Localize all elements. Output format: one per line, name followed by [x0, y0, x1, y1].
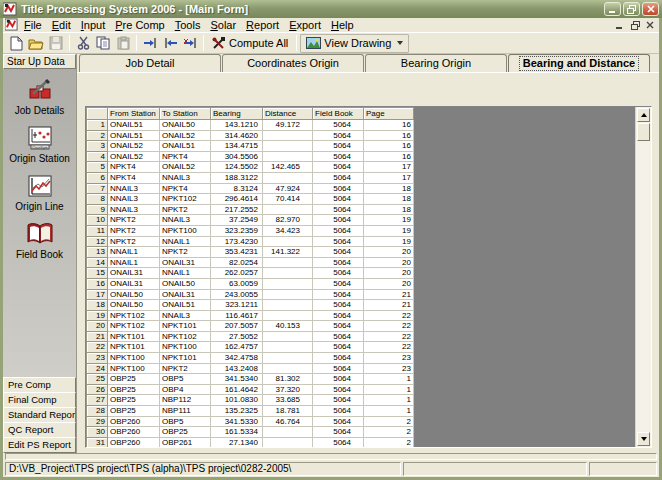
grid-cell[interactable]: 5064 — [313, 374, 364, 385]
grid-cell[interactable]: NPKT102 — [160, 194, 211, 205]
grid-cell[interactable]: 341.5330 — [211, 416, 263, 427]
grid-cell[interactable]: NNAIL1 — [108, 257, 160, 268]
row-number-cell[interactable]: 9 — [87, 204, 108, 215]
grid-cell[interactable]: NPKT4 — [160, 183, 211, 194]
menu-help[interactable]: Help — [326, 18, 359, 32]
row-number-cell[interactable]: 6 — [87, 172, 108, 183]
grid-cell[interactable]: NPKT102 — [108, 310, 160, 321]
row-number-cell[interactable]: 11 — [87, 225, 108, 236]
grid-cell[interactable]: ONAIL31 — [108, 268, 160, 279]
grid-cell[interactable]: 5064 — [313, 331, 364, 342]
tab-job-detail[interactable]: Job Detail — [79, 54, 221, 72]
grid-cell[interactable] — [263, 342, 313, 353]
grid-cell[interactable]: OBP260 — [108, 427, 160, 438]
grid-cell[interactable]: 323.2359 — [211, 225, 263, 236]
grid-cell[interactable]: 5064 — [313, 321, 364, 332]
grid-cell[interactable]: OBP261 — [160, 437, 211, 447]
grid-cell[interactable]: ONAIL51 — [108, 130, 160, 141]
grid-cell[interactable]: 16 — [364, 130, 414, 141]
row-number-cell[interactable]: 15 — [87, 268, 108, 279]
row-number-cell[interactable]: 29 — [87, 416, 108, 427]
menu-export[interactable]: Export — [284, 18, 326, 32]
grid-cell[interactable]: 20 — [364, 268, 414, 279]
scroll-down-button[interactable] — [637, 432, 650, 446]
grid-cell[interactable]: 2 — [364, 427, 414, 438]
grid-cell[interactable]: NPKT101 — [160, 321, 211, 332]
row-number-cell[interactable]: 4 — [87, 151, 108, 162]
grid-cell[interactable]: 20 — [364, 247, 414, 258]
grid-cell[interactable]: ONAIL52 — [160, 162, 211, 173]
compute-all-button[interactable]: Compute All — [207, 34, 293, 53]
grid-cell[interactable]: 5064 — [313, 257, 364, 268]
grid-cell[interactable]: 1 — [364, 384, 414, 395]
grid-cell[interactable]: 116.4617 — [211, 310, 263, 321]
paste-button[interactable] — [113, 34, 133, 53]
sidebar-item-job-details[interactable]: Job Details — [3, 77, 76, 116]
grid-cell[interactable]: 70.414 — [263, 194, 313, 205]
sidebar-button-qc-report[interactable]: QC Report — [3, 422, 76, 438]
row-number-cell[interactable]: 19 — [87, 310, 108, 321]
insert-row-before-button[interactable] — [140, 34, 160, 53]
close-button[interactable] — [642, 2, 659, 16]
grid-cell[interactable]: 1 — [364, 406, 414, 417]
grid-cell[interactable]: NNAIL3 — [160, 215, 211, 226]
grid-cell[interactable]: ONAIL50 — [108, 300, 160, 311]
grid-cell[interactable] — [263, 172, 313, 183]
grid-cell[interactable]: 16 — [364, 151, 414, 162]
grid-cell[interactable]: 2 — [364, 416, 414, 427]
grid-cell[interactable]: ONAIL52 — [108, 141, 160, 152]
grid-cell[interactable]: NPKT2 — [108, 236, 160, 247]
grid-cell[interactable]: 81.302 — [263, 374, 313, 385]
menu-edit[interactable]: Edit — [47, 18, 76, 32]
grid-cell[interactable]: 5064 — [313, 247, 364, 258]
column-header-distance[interactable]: Distance — [263, 108, 313, 120]
grid-cell[interactable]: 142.465 — [263, 162, 313, 173]
grid-cell[interactable]: 20 — [364, 257, 414, 268]
row-number-cell[interactable]: 3 — [87, 141, 108, 152]
view-drawing-button[interactable]: View Drawing — [300, 34, 409, 53]
tab-bearing-and-distance[interactable]: Bearing and Distance — [508, 54, 650, 72]
row-number-cell[interactable]: 10 — [87, 215, 108, 226]
sidebar-button-edit-ps-report[interactable]: Edit PS Report — [3, 437, 76, 453]
grid-cell[interactable] — [263, 363, 313, 374]
grid-cell[interactable]: NPKT101 — [160, 353, 211, 364]
row-number-cell[interactable]: 23 — [87, 353, 108, 364]
row-number-cell[interactable]: 26 — [87, 384, 108, 395]
grid-cell[interactable]: 342.4758 — [211, 353, 263, 364]
grid-cell[interactable]: NNAIL3 — [108, 194, 160, 205]
grid-cell[interactable] — [263, 151, 313, 162]
grid-cell[interactable]: 243.0055 — [211, 289, 263, 300]
grid-cell[interactable] — [263, 331, 313, 342]
grid-cell[interactable]: 5064 — [313, 384, 364, 395]
grid-cell[interactable] — [263, 268, 313, 279]
row-number-cell[interactable]: 2 — [87, 130, 108, 141]
sidebar-item-origin-station[interactable]: ChartSymOrigin Station — [3, 125, 76, 164]
grid-cell[interactable]: OBP260 — [108, 416, 160, 427]
row-number-cell[interactable]: 12 — [87, 236, 108, 247]
grid-cell[interactable]: 40.153 — [263, 321, 313, 332]
grid-cell[interactable]: 5064 — [313, 120, 364, 131]
row-number-cell[interactable]: 18 — [87, 300, 108, 311]
mdi-close-button[interactable] — [643, 19, 657, 31]
grid-cell[interactable]: NNAIL1 — [160, 236, 211, 247]
grid-cell[interactable] — [263, 257, 313, 268]
grid-cell[interactable]: NPKT100 — [108, 353, 160, 364]
grid-cell[interactable]: 20 — [364, 278, 414, 289]
grid-cell[interactable]: 16 — [364, 120, 414, 131]
grid-cell[interactable]: 63.0059 — [211, 278, 263, 289]
grid-cell[interactable]: 46.764 — [263, 416, 313, 427]
grid-cell[interactable]: 323.1211 — [211, 300, 263, 311]
grid-cell[interactable]: 18 — [364, 183, 414, 194]
grid-cell[interactable]: OBP25 — [108, 395, 160, 406]
grid-cell[interactable]: 5064 — [313, 353, 364, 364]
grid-cell[interactable]: 19 — [364, 225, 414, 236]
grid-cell[interactable]: ONAIL31 — [108, 278, 160, 289]
grid-cell[interactable]: 5064 — [313, 204, 364, 215]
grid-cell[interactable]: OBP25 — [108, 406, 160, 417]
grid-cell[interactable]: ONAIL50 — [160, 278, 211, 289]
sidebar-button-pre-comp[interactable]: Pre Comp — [3, 377, 76, 393]
grid-cell[interactable]: 5064 — [313, 141, 364, 152]
grid-cell[interactable]: 37.320 — [263, 384, 313, 395]
grid-cell[interactable]: 21 — [364, 300, 414, 311]
grid-cell[interactable]: 5064 — [313, 268, 364, 279]
